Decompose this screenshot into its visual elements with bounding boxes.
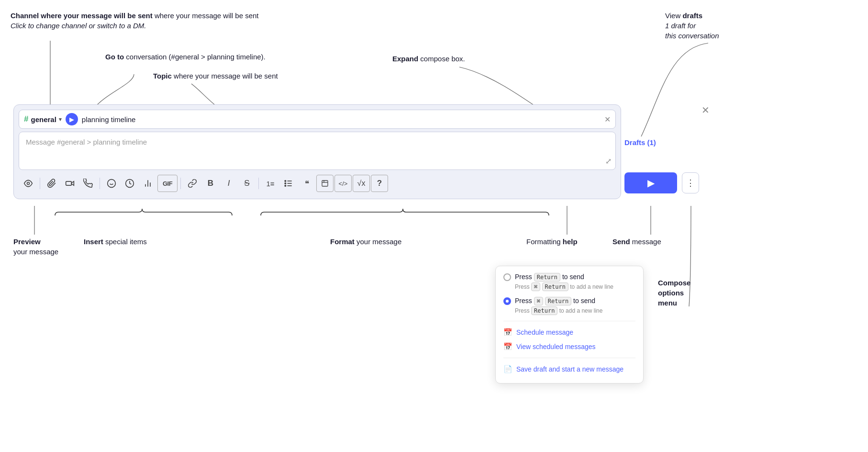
- expand-annotation: Expand compose box.: [392, 54, 465, 64]
- divider-1: [40, 178, 40, 189]
- topic-input[interactable]: [82, 115, 601, 124]
- drafts-count: Drafts (1): [624, 138, 656, 147]
- close-compose-button[interactable]: ✕: [701, 104, 710, 116]
- expand-icon: ⤢: [605, 157, 612, 165]
- send-annotation: Send message: [612, 237, 661, 247]
- svg-rect-4: [66, 181, 72, 185]
- radio-selected: [503, 297, 511, 305]
- svg-rect-18: [322, 181, 328, 186]
- send-icon: ▶: [647, 177, 655, 189]
- arrow-right-icon: ▶: [69, 116, 74, 123]
- formatting-help-button[interactable]: ?: [371, 175, 388, 192]
- attach-button[interactable]: [43, 175, 60, 192]
- expand-button[interactable]: ⤢: [605, 157, 612, 166]
- preview-button[interactable]: [20, 175, 37, 192]
- goto-conversation-button[interactable]: ▶: [66, 113, 78, 125]
- toolbar: GIF B I S 1≡ ❝: [19, 173, 616, 194]
- divider-2: [100, 178, 100, 189]
- format-annotation: Format your message: [330, 237, 401, 247]
- channel-selector[interactable]: # general ▾: [24, 114, 62, 124]
- chart-button[interactable]: [139, 175, 156, 192]
- calendar-icon: 📅: [503, 328, 512, 337]
- svg-point-15: [285, 181, 286, 182]
- link-button[interactable]: [184, 175, 201, 192]
- channel-name: general: [31, 115, 56, 124]
- math-icon: √x: [357, 179, 366, 188]
- radio-unselected: [503, 273, 511, 281]
- goto-annotation: Go to conversation (#general > planning …: [105, 52, 266, 62]
- schedule-message-action[interactable]: 📅 Schedule message: [503, 325, 635, 339]
- close-icon: ✕: [701, 105, 710, 115]
- blockquote-icon: ❝: [305, 179, 309, 189]
- channel-annotation: Channel where your message will be sent …: [11, 11, 259, 31]
- gif-label: GIF: [163, 180, 172, 187]
- calendar-view-icon: 📅: [503, 342, 512, 351]
- ordered-list-icon: 1≡: [266, 180, 274, 188]
- divider-4: [258, 178, 259, 189]
- video-button[interactable]: [61, 175, 78, 192]
- compose-topbar: # general ▾ ▶ ✕: [19, 110, 616, 129]
- dropdown-divider-1: [503, 321, 635, 321]
- help-icon: ?: [377, 179, 382, 188]
- math-button[interactable]: √x: [353, 175, 370, 192]
- code-button[interactable]: </>: [334, 175, 352, 192]
- bullet-list-button[interactable]: [280, 175, 297, 192]
- ellipsis-vertical-icon: ⋮: [686, 178, 695, 188]
- ordered-list-button[interactable]: 1≡: [262, 175, 279, 192]
- strikethrough-button[interactable]: S: [238, 175, 256, 192]
- emoji-button[interactable]: [103, 175, 120, 192]
- more-options-button[interactable]: ⋮: [682, 172, 699, 193]
- message-placeholder: Message #general > planning timeline: [26, 138, 147, 146]
- send-on-return-option[interactable]: Press Return to send Press ⌘ Return to a…: [503, 273, 635, 291]
- svg-point-5: [108, 180, 116, 188]
- drafts-annotation: View drafts1 draft forthis conversation: [665, 11, 719, 41]
- send-button[interactable]: ▶: [624, 172, 677, 193]
- block-button[interactable]: [316, 175, 334, 192]
- gif-button[interactable]: GIF: [157, 175, 178, 192]
- clear-topic-button[interactable]: ✕: [604, 115, 611, 124]
- dropdown-divider-2: [503, 358, 635, 358]
- phone-button[interactable]: [79, 175, 97, 192]
- drafts-button[interactable]: Drafts (1): [624, 138, 656, 147]
- strikethrough-label: S: [244, 179, 249, 188]
- italic-label: I: [228, 179, 230, 188]
- italic-button[interactable]: I: [220, 175, 237, 192]
- message-area[interactable]: Message #general > planning timeline ⤢: [19, 132, 616, 170]
- code-icon: </>: [339, 180, 348, 187]
- svg-point-17: [285, 185, 286, 187]
- svg-point-16: [285, 183, 286, 184]
- formatting-help-annotation: Formatting help: [526, 237, 578, 247]
- insert-annotation: Insert special items: [84, 237, 147, 247]
- blockquote-button[interactable]: ❝: [298, 175, 315, 192]
- send-on-cmd-return-option[interactable]: Press ⌘ Return to send Press Return to a…: [503, 297, 635, 315]
- chevron-down-icon: ▾: [59, 116, 62, 123]
- bold-button[interactable]: B: [202, 175, 219, 192]
- svg-point-3: [27, 182, 30, 185]
- schedule-button[interactable]: [121, 175, 138, 192]
- compose-options-dropdown: Press Return to send Press ⌘ Return to a…: [495, 266, 644, 384]
- close-icon: ✕: [604, 115, 611, 124]
- save-icon: 📄: [503, 365, 512, 373]
- divider-3: [180, 178, 181, 189]
- compose-options-annotation: Composeoptionsmenu: [658, 278, 690, 308]
- compose-container: # general ▾ ▶ ✕ Message #general > plann…: [13, 104, 621, 199]
- view-scheduled-action[interactable]: 📅 View scheduled messages: [503, 339, 635, 354]
- topic-annotation: Topic where your message will be sent: [153, 71, 278, 81]
- preview-annotation: Previewyour message: [13, 237, 58, 257]
- save-draft-action[interactable]: 📄 Save draft and start a new message: [503, 362, 635, 376]
- bold-label: B: [208, 179, 213, 188]
- hash-icon: #: [24, 114, 28, 124]
